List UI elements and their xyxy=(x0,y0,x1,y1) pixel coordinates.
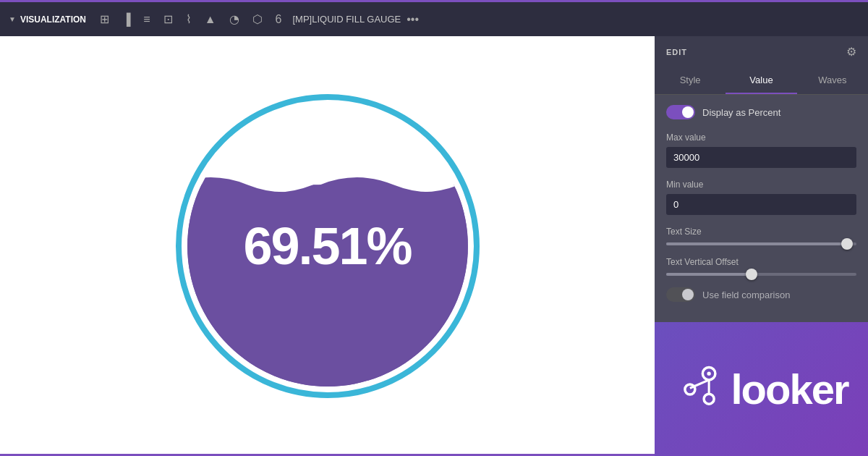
use-field-comparison-toggle[interactable] xyxy=(666,287,695,302)
more-options-dots[interactable]: ••• xyxy=(407,13,419,26)
number-icon[interactable]: 6 xyxy=(272,11,286,28)
min-value-label: Min value xyxy=(666,180,856,190)
bar-chart-icon[interactable]: ▐ xyxy=(119,11,134,28)
list-icon[interactable]: ≡ xyxy=(140,11,153,28)
tab-style[interactable]: Style xyxy=(655,67,726,94)
svg-point-4 xyxy=(705,394,715,404)
text-vertical-offset-fill xyxy=(666,273,752,276)
edit-tabs: Style Value Waves xyxy=(655,67,868,95)
map-icon[interactable]: ⬡ xyxy=(249,10,266,28)
toggle-arrow: ▼ xyxy=(9,15,16,23)
edit-title: EDIT xyxy=(666,48,687,56)
text-size-thumb[interactable] xyxy=(841,238,853,250)
tab-waves[interactable]: Waves xyxy=(797,67,868,94)
looker-brand-text: looker xyxy=(731,365,848,413)
table-icon[interactable]: ⊞ xyxy=(96,10,113,28)
max-value-input[interactable] xyxy=(666,147,856,168)
looker-watermark: looker xyxy=(655,322,868,456)
looker-logo-icon xyxy=(674,364,725,415)
max-value-label: Max value xyxy=(666,132,856,143)
text-size-fill xyxy=(666,242,847,245)
tab-value[interactable]: Value xyxy=(726,67,796,94)
edit-header: EDIT ⚙ xyxy=(655,36,868,67)
gauge-outer-circle: 69.51% xyxy=(176,94,480,398)
right-panel: EDIT ⚙ Style Value Waves Display as Perc… xyxy=(655,36,868,456)
viz-name: [MP]LIQUID FILL GAUGE xyxy=(292,14,401,25)
use-field-comparison-row: Use field comparison xyxy=(666,287,856,302)
chart-area: 69.51% xyxy=(0,36,655,456)
scatter-icon[interactable]: ⊡ xyxy=(160,10,176,28)
text-vertical-offset-thumb[interactable] xyxy=(746,269,757,280)
text-vertical-offset-track[interactable] xyxy=(666,273,856,276)
text-size-track[interactable] xyxy=(666,242,856,245)
gauge-container: 69.51% xyxy=(176,94,480,398)
gauge-value: 69.51% xyxy=(182,216,474,276)
main-layout: 69.51% EDIT ⚙ Style Value Waves Display … xyxy=(0,36,868,456)
visualization-toggle[interactable]: ▼ VISUALIZATION xyxy=(9,14,86,25)
toolbar-icons: ⊞ ▐ ≡ ⊡ ⌇ ▲ ◔ ⬡ 6 xyxy=(96,10,285,28)
display-as-percent-row: Display as Percent xyxy=(666,105,856,119)
vis-label: VISUALIZATION xyxy=(20,14,86,25)
text-size-label: Text Size xyxy=(666,227,856,237)
top-bar: ▼ VISUALIZATION ⊞ ▐ ≡ ⊡ ⌇ ▲ ◔ ⬡ 6 [MP]LI… xyxy=(0,0,868,36)
min-value-input[interactable] xyxy=(666,194,856,215)
display-as-percent-label: Display as Percent xyxy=(702,107,780,118)
area-icon[interactable]: ▲ xyxy=(201,11,220,28)
text-size-slider-row: Text Size xyxy=(666,227,856,245)
time-icon[interactable]: ◔ xyxy=(226,10,243,28)
line-icon[interactable]: ⌇ xyxy=(182,10,195,28)
max-value-group: Max value xyxy=(666,132,856,168)
gear-icon[interactable]: ⚙ xyxy=(846,45,856,59)
svg-point-7 xyxy=(707,371,711,375)
min-value-group: Min value xyxy=(666,180,856,215)
display-as-percent-toggle[interactable] xyxy=(666,105,695,119)
use-field-comparison-label: Use field comparison xyxy=(702,290,790,300)
text-vertical-offset-slider-row: Text Vertical Offset xyxy=(666,257,856,276)
text-vertical-offset-label: Text Vertical Offset xyxy=(666,257,856,267)
